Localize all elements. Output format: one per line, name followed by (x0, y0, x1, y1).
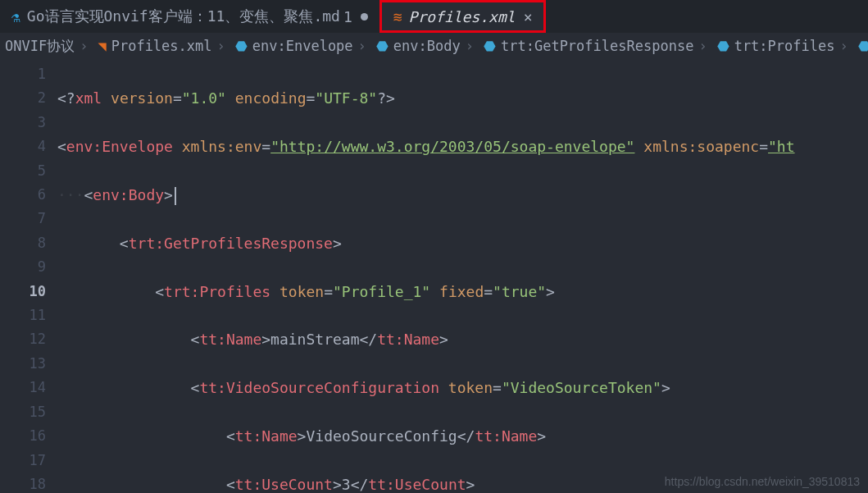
line-number: 18 (0, 472, 46, 493)
line-number: 9 (0, 255, 46, 279)
crumb-root[interactable]: ONVIF协议› (5, 37, 93, 56)
text-cursor-icon (175, 187, 176, 205)
code-line: <tt:Name>VideoSourceConfig</tt:Name> (57, 424, 868, 448)
watermark: https://blog.csdn.net/weixin_39510813 (665, 475, 860, 488)
line-number: 13 (0, 352, 46, 376)
line-number: 5 (0, 159, 46, 183)
code-line: ···<env:Body> (57, 183, 868, 207)
crumb-response[interactable]: ⬣ trt:GetProfilesResponse› (484, 38, 712, 54)
line-number: 16 (0, 424, 46, 448)
rss-icon: ≋ (393, 8, 402, 25)
line-number: 12 (0, 327, 46, 351)
close-icon[interactable]: × (524, 8, 533, 25)
line-number: 11 (0, 304, 46, 327)
flask-icon: ⚗ (11, 8, 20, 25)
code-editor[interactable]: 123456789101112131415161718 <?xml versio… (0, 59, 868, 493)
cube-icon: ⬣ (376, 38, 389, 54)
crumb-vi[interactable]: ⬣ tt:Vi (858, 38, 868, 54)
code-line: <trt:GetProfilesResponse> (57, 231, 868, 255)
cube-icon: ⬣ (717, 38, 729, 54)
code-line: <trt:Profiles token="Profile_1" fixed="t… (57, 280, 868, 304)
modified-dot-icon (361, 13, 368, 21)
tab-profiles-xml[interactable]: ≋ Profiles.xml × (379, 0, 547, 33)
code-area[interactable]: <?xml version="1.0" encoding="UTF-8"?> <… (57, 59, 868, 493)
crumb-body[interactable]: ⬣ env:Body› (376, 38, 479, 54)
breadcrumb: ONVIF协议› ◥ Profiles.xml› ⬣ env:Envelope›… (0, 33, 868, 59)
line-number: 17 (0, 449, 46, 472)
crumb-profiles[interactable]: ⬣ trt:Profiles› (717, 38, 853, 54)
line-number-gutter: 123456789101112131415161718 (0, 59, 57, 493)
tab-go-md[interactable]: ⚗ Go语言实现Onvif客户端：11、变焦、聚焦.md 1 (0, 0, 379, 33)
code-line: <tt:VideoSourceConfiguration token="Vide… (57, 376, 868, 399)
tab-label: Profiles.xml (409, 8, 516, 25)
rss-icon: ◥ (98, 38, 106, 54)
code-line: <?xml version="1.0" encoding="UTF-8"?> (57, 86, 868, 110)
line-number: 8 (0, 231, 46, 255)
editor-tabs: ⚗ Go语言实现Onvif客户端：11、变焦、聚焦.md 1 ≋ Profile… (0, 0, 868, 33)
tab-suffix: 1 (343, 8, 352, 25)
tab-label: Go语言实现Onvif客户端：11、变焦、聚焦.md (27, 7, 340, 26)
cube-icon: ⬣ (484, 38, 496, 54)
line-number: 1 (0, 62, 46, 86)
code-line: <env:Envelope xmlns:env="http://www.w3.o… (57, 135, 868, 158)
line-number: 14 (0, 376, 46, 399)
cube-icon: ⬣ (235, 38, 248, 54)
line-number: 6 (0, 183, 46, 207)
line-number: 10 (0, 280, 46, 304)
line-number: 3 (0, 111, 46, 135)
line-number: 2 (0, 86, 46, 110)
line-number: 7 (0, 207, 46, 231)
line-number: 15 (0, 400, 46, 424)
cube-icon: ⬣ (858, 38, 868, 54)
crumb-envelope[interactable]: ⬣ env:Envelope› (235, 38, 371, 54)
crumb-file[interactable]: ◥ Profiles.xml› (98, 38, 229, 54)
code-line: <tt:Name>mainStream</tt:Name> (57, 327, 868, 351)
line-number: 4 (0, 135, 46, 158)
